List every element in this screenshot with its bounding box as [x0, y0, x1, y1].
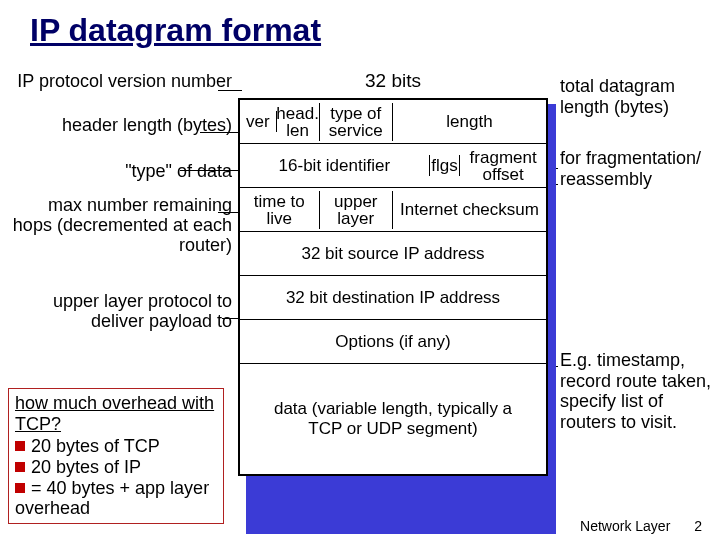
- cell-data: data (variable length, typically a TCP o…: [240, 387, 546, 452]
- cell-ver: ver: [240, 111, 277, 132]
- cell-tos: type of service: [320, 103, 393, 141]
- bits-header: 32 bits: [238, 70, 548, 92]
- ip-header-table: ver head. len type of service length 16-…: [238, 98, 548, 476]
- cell-dst: 32 bit destination IP address: [240, 283, 546, 312]
- label-tos: "type" of data: [125, 162, 232, 182]
- cell-ident: 16-bit identifier: [240, 155, 430, 176]
- footer-page: 2: [694, 518, 702, 534]
- overhead-b2: 20 bytes of IP: [31, 457, 141, 477]
- label-fragmentation: for fragmentation/ reassembly: [560, 148, 715, 189]
- cell-length: length: [393, 111, 546, 132]
- cell-hlen: head. len: [277, 103, 320, 141]
- footer-label: Network Layer: [580, 518, 670, 534]
- label-total-length: total datagram length (bytes): [560, 76, 715, 117]
- overhead-callout: how much overhead with TCP? 20 bytes of …: [8, 388, 224, 524]
- label-proto: upper layer protocol to deliver payload …: [8, 292, 232, 332]
- cell-opts: Options (if any): [240, 327, 546, 356]
- label-version: IP protocol version number: [17, 72, 232, 92]
- label-options: E.g. timestamp, record route taken, spec…: [560, 350, 715, 433]
- overhead-bullet-1: 20 bytes of TCP: [15, 436, 219, 457]
- datagram-diagram: 32 bits ver head. len type of service le…: [238, 70, 548, 476]
- overhead-bullet-3: = 40 bytes + app layer overhead: [15, 478, 219, 519]
- overhead-b3: = 40 bytes + app layer overhead: [15, 478, 209, 519]
- overhead-bullet-2: 20 bytes of IP: [15, 457, 219, 478]
- cell-src: 32 bit source IP address: [240, 239, 546, 268]
- page-title: IP datagram format: [0, 0, 720, 53]
- cell-upper: upper layer: [320, 191, 393, 229]
- cell-flgs: flgs: [430, 155, 461, 176]
- label-ttl: max number remaining hops (decremented a…: [8, 196, 232, 255]
- cell-fragoff: fragment offset: [460, 147, 546, 185]
- slide-footer: Network Layer 2: [580, 518, 702, 534]
- cell-cksum: Internet checksum: [393, 199, 546, 220]
- overhead-question: how much overhead with TCP?: [15, 393, 219, 434]
- cell-ttl: time to live: [240, 191, 320, 229]
- overhead-b1: 20 bytes of TCP: [31, 436, 160, 456]
